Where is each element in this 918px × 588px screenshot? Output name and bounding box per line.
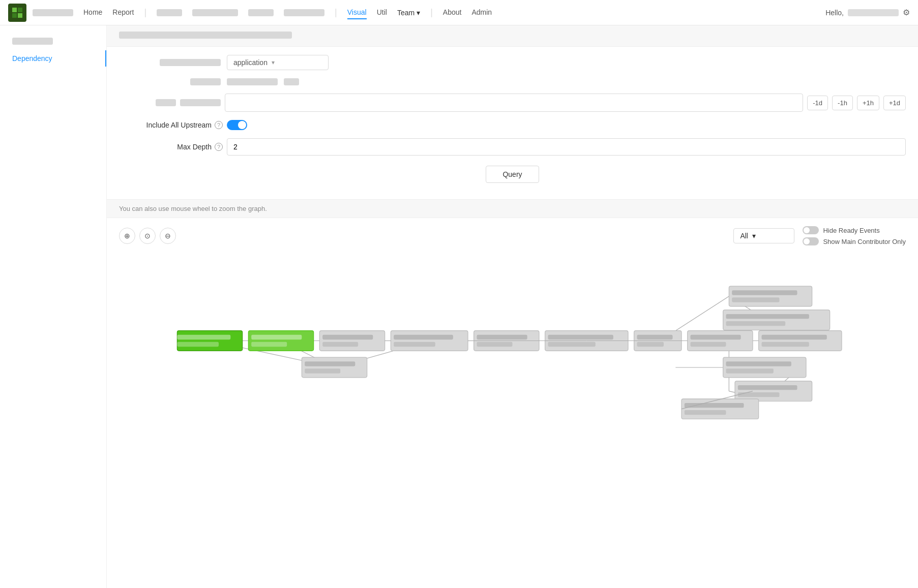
graph-svg bbox=[119, 254, 906, 431]
svg-rect-54 bbox=[726, 361, 791, 366]
svg-rect-21 bbox=[251, 335, 302, 339]
svg-rect-18 bbox=[177, 335, 230, 339]
svg-rect-38 bbox=[688, 331, 753, 351]
nav-admin[interactable]: Admin bbox=[471, 6, 492, 19]
include-upstream-help-icon[interactable]: ? bbox=[215, 121, 223, 129]
svg-rect-42 bbox=[762, 335, 827, 339]
breadcrumb-text-blurred bbox=[119, 32, 292, 39]
zoom-reset-icon: ⊙ bbox=[144, 232, 151, 240]
svg-rect-27 bbox=[394, 335, 453, 339]
graph-canvas[interactable] bbox=[119, 254, 906, 431]
max-depth-input[interactable]: 2 bbox=[227, 138, 906, 156]
nav-about[interactable]: About bbox=[443, 6, 462, 19]
select-value: application bbox=[233, 58, 268, 67]
app-name-blurred bbox=[33, 9, 73, 16]
max-depth-help-icon[interactable]: ? bbox=[215, 143, 223, 151]
svg-rect-30 bbox=[477, 335, 527, 339]
svg-rect-57 bbox=[738, 385, 797, 390]
hide-ready-option: Hide Ready Events bbox=[803, 226, 906, 234]
svg-rect-36 bbox=[637, 335, 673, 339]
include-upstream-toggle[interactable] bbox=[227, 120, 247, 130]
toggle-options: Hide Ready Events Show Main Contributor … bbox=[803, 226, 906, 245]
form-label-3a-blurred bbox=[156, 99, 176, 106]
zoom-out-button[interactable]: ⊖ bbox=[160, 228, 176, 244]
svg-rect-2 bbox=[12, 13, 17, 18]
nav-blurred-1[interactable] bbox=[157, 9, 182, 16]
nav-divider-2: | bbox=[335, 7, 337, 18]
svg-rect-31 bbox=[477, 342, 513, 347]
svg-rect-44 bbox=[302, 357, 367, 378]
form-label-1-blurred bbox=[160, 59, 221, 66]
nav-visual[interactable]: Visual bbox=[347, 6, 367, 19]
svg-rect-37 bbox=[637, 342, 664, 347]
date-minus-1d[interactable]: -1d bbox=[807, 96, 828, 110]
query-button[interactable]: Query bbox=[486, 166, 539, 183]
max-depth-row: Max Depth ? 2 bbox=[119, 138, 906, 156]
svg-rect-17 bbox=[177, 331, 242, 351]
graph-hint: You can also use mouse wheel to zoom the… bbox=[107, 199, 918, 218]
include-upstream-label: Include All Upstream bbox=[146, 121, 212, 129]
svg-rect-26 bbox=[391, 331, 468, 351]
svg-rect-28 bbox=[394, 342, 435, 347]
date-plus-1d[interactable]: +1d bbox=[883, 96, 906, 110]
svg-rect-23 bbox=[319, 331, 384, 351]
filter-value: All bbox=[740, 232, 748, 240]
form-row-1: application ▾ bbox=[119, 55, 906, 70]
graph-hint-text: You can also use mouse wheel to zoom the… bbox=[119, 205, 267, 212]
nav-blurred-4[interactable] bbox=[284, 9, 324, 16]
chevron-down-icon: ▾ bbox=[417, 9, 420, 17]
page-layout: Dependency application ▾ bbox=[0, 25, 918, 588]
show-main-option: Show Main Contributor Only bbox=[803, 237, 906, 245]
date-input[interactable] bbox=[225, 94, 803, 112]
zoom-in-button[interactable]: ⊕ bbox=[119, 228, 135, 244]
nav-util[interactable]: Util bbox=[377, 6, 387, 19]
graph-area: ⊕ ⊙ ⊖ All ▾ Hide Ready Eve bbox=[107, 218, 918, 440]
svg-rect-34 bbox=[548, 342, 596, 347]
svg-rect-19 bbox=[177, 342, 219, 347]
sidebar-item-blurred-label bbox=[12, 38, 53, 45]
svg-rect-22 bbox=[251, 342, 287, 347]
query-button-row: Query bbox=[119, 166, 906, 183]
hide-ready-toggle[interactable] bbox=[803, 226, 819, 234]
breadcrumb-bar bbox=[107, 25, 918, 47]
svg-rect-51 bbox=[726, 314, 809, 319]
filter-select[interactable]: All ▾ bbox=[733, 228, 794, 243]
sidebar-item-dependency[interactable]: Dependency bbox=[0, 50, 106, 67]
show-main-toggle[interactable] bbox=[803, 237, 819, 245]
svg-rect-60 bbox=[685, 403, 744, 408]
nav-links: Home Report | | Visual Util Team ▾ | Abo… bbox=[83, 6, 823, 19]
include-upstream-row: Include All Upstream ? bbox=[119, 120, 906, 130]
nav-team[interactable]: Team ▾ bbox=[397, 9, 420, 17]
sidebar: Dependency bbox=[0, 25, 107, 588]
svg-rect-47 bbox=[729, 286, 812, 306]
date-plus-1h[interactable]: +1h bbox=[857, 96, 879, 110]
graph-controls: ⊕ ⊙ ⊖ All ▾ Hide Ready Eve bbox=[119, 226, 906, 245]
settings-icon[interactable]: ⚙ bbox=[903, 8, 910, 17]
svg-rect-24 bbox=[322, 335, 373, 339]
zoom-reset-button[interactable]: ⊙ bbox=[139, 228, 156, 244]
date-minus-1h[interactable]: -1h bbox=[832, 96, 853, 110]
nav-username-blurred bbox=[848, 9, 899, 16]
nav-blurred-2[interactable] bbox=[192, 9, 238, 16]
nav-divider-1: | bbox=[144, 7, 146, 18]
svg-rect-56 bbox=[735, 381, 812, 401]
application-select[interactable]: application ▾ bbox=[227, 55, 329, 70]
show-main-label: Show Main Contributor Only bbox=[823, 238, 906, 245]
svg-rect-43 bbox=[762, 342, 809, 347]
svg-rect-40 bbox=[691, 342, 726, 347]
form-label-3b-blurred bbox=[180, 99, 221, 106]
hide-ready-label: Hide Ready Events bbox=[823, 227, 879, 234]
sidebar-item-blurred[interactable] bbox=[0, 34, 106, 50]
svg-rect-1 bbox=[18, 8, 22, 12]
graph-right-controls: All ▾ Hide Ready Events Show Main Contri… bbox=[733, 226, 906, 245]
svg-rect-0 bbox=[12, 8, 17, 12]
nav-report[interactable]: Report bbox=[112, 6, 134, 19]
form-row-2 bbox=[119, 78, 906, 85]
nav-home[interactable]: Home bbox=[83, 6, 102, 19]
zoom-out-icon: ⊖ bbox=[165, 232, 171, 240]
svg-rect-61 bbox=[685, 410, 726, 415]
svg-rect-52 bbox=[726, 321, 786, 326]
zoom-in-icon: ⊕ bbox=[124, 232, 130, 240]
form-label-2b-blurred bbox=[227, 78, 278, 85]
nav-blurred-3[interactable] bbox=[248, 9, 274, 16]
